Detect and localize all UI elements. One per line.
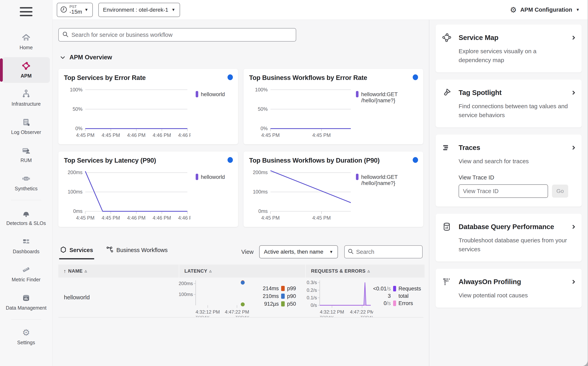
column-header-requests-errors[interactable]: REQUESTS & ERRORS △	[306, 265, 425, 278]
sidebar: Home APM Infrastructure Log Observer RUM	[0, 0, 53, 366]
time-range-picker[interactable]: PST -15m ▼	[57, 3, 93, 17]
svg-text:TODAY: TODAY	[320, 315, 334, 317]
hamburger-menu-icon[interactable]	[20, 7, 32, 16]
apm-overview-section-toggle[interactable]: APM Overview	[61, 54, 423, 61]
ruler-icon	[21, 265, 31, 274]
chevron-down-icon	[61, 55, 65, 59]
card-service-map[interactable]: Service Map Explore services visually on…	[436, 24, 582, 72]
column-header-name[interactable]: ↑ NAME △	[58, 265, 179, 278]
status-dot[interactable]	[228, 74, 233, 80]
duration-chart: 200ms100ms0ms4:45 PM4:45 PM4:45 PM	[249, 164, 351, 224]
svg-text:4:45 PM: 4:45 PM	[261, 215, 280, 221]
traces-icon	[442, 143, 451, 152]
sidebar-item-rum[interactable]: RUM	[2, 142, 50, 168]
sort-caret-icon: △	[85, 269, 87, 273]
card-description: Find connections between tag values and …	[458, 102, 569, 120]
requests-errors-stats: <0.01/s Requests 3 total	[373, 286, 423, 306]
sidebar-item-data-management[interactable]: Data Management	[2, 289, 50, 315]
sort-direction-arrow-icon: ↑	[63, 268, 66, 274]
svg-text:TODAY: TODAY	[360, 315, 373, 317]
legend-label: helloworld:GET /hello/{name?}	[361, 92, 418, 104]
card-description: Troubleshoot database queries from your …	[458, 236, 569, 254]
sidebar-item-detectors-slos[interactable]: Detectors & SLOs	[2, 205, 50, 230]
chart-card-services-latency: Top Services by Latency (P90) 200ms100ms…	[58, 152, 238, 227]
svg-text:4:46 PM: 4:46 PM	[178, 132, 191, 138]
p90-swatch	[281, 294, 285, 299]
sidebar-item-apm[interactable]: APM	[2, 57, 50, 83]
sidebar-item-dashboards[interactable]: Dashboards	[2, 233, 50, 259]
legend-label: helloworld	[201, 92, 225, 98]
services-toolbar: Services Business Workflows View Active …	[58, 244, 423, 259]
svg-text:4:45 PM: 4:45 PM	[261, 132, 280, 138]
sort-caret-icon: △	[368, 269, 370, 273]
chart-title: Top Business Workflows by Duration (P90)	[249, 157, 380, 164]
chevron-right-icon	[571, 35, 575, 39]
service-icon	[60, 246, 66, 254]
svg-text:0.2/s: 0.2/s	[307, 288, 317, 293]
sidebar-item-label: Log Observer	[11, 129, 41, 136]
status-dot[interactable]	[228, 157, 233, 163]
card-traces[interactable]: Traces View and search for traces View T…	[436, 135, 582, 206]
card-alwayson-profiling[interactable]: AlwaysOn Profiling View potential root c…	[436, 269, 582, 308]
sidebar-item-home[interactable]: Home	[2, 29, 50, 55]
legend-swatch	[196, 91, 198, 97]
sidebar-divider	[11, 200, 41, 200]
sidebar-item-log-observer[interactable]: Log Observer	[2, 114, 50, 139]
svg-text:4:45 PM: 4:45 PM	[76, 215, 94, 221]
svg-text:4:46 PM: 4:46 PM	[153, 132, 171, 138]
chart-legend: helloworld:GET /hello/{name?}	[356, 91, 418, 141]
status-dot[interactable]	[413, 74, 418, 80]
svg-text:0%: 0%	[75, 126, 83, 131]
bell-icon	[21, 208, 31, 218]
service-search-input[interactable]	[71, 32, 292, 38]
sidebar-item-label: Synthetics	[15, 185, 37, 192]
svg-text:0%: 0%	[260, 126, 268, 131]
svg-text:100ms: 100ms	[179, 292, 193, 297]
view-sort-value: Active alerts, then name	[264, 249, 323, 255]
go-button[interactable]: Go	[552, 185, 568, 198]
svg-text:100%: 100%	[255, 87, 268, 92]
column-header-latency[interactable]: LATENCY △	[179, 265, 305, 278]
tab-business-workflows[interactable]: Business Workflows	[105, 244, 169, 259]
svg-text:100ms: 100ms	[253, 189, 268, 194]
card-title: Tag Spotlight	[458, 89, 565, 97]
environment-value: Environment : otel-derek-1	[103, 7, 168, 13]
table-search-box[interactable]	[344, 245, 423, 258]
service-search-box[interactable]	[58, 28, 296, 42]
svg-text:4:45 PM: 4:45 PM	[312, 215, 331, 221]
latency-sparkline: 200ms100ms4:32:12 PMTODAY4:47:22 PMTODAY	[179, 278, 256, 317]
svg-text:4:45 PM: 4:45 PM	[312, 132, 331, 138]
view-sort-dropdown[interactable]: Active alerts, then name ▼	[259, 245, 338, 258]
status-dot[interactable]	[413, 157, 418, 163]
error-rate-chart: 100%50%0%4:45 PM4:45 PM4:46 PM4:46 PM4:4…	[64, 82, 191, 141]
card-database-query-performance[interactable]: Database Query Performance Troubleshoot …	[436, 214, 582, 261]
card-title: Traces	[458, 144, 565, 152]
sidebar-item-infrastructure[interactable]: Infrastructure	[2, 85, 50, 111]
error-rate-chart: 100%50%0%4:45 PM4:45 PM4:45 PM	[249, 82, 351, 141]
card-tag-spotlight[interactable]: Tag Spotlight Find connections between t…	[436, 80, 582, 127]
sidebar-item-label: Settings	[17, 339, 35, 346]
svg-text:4:45 PM: 4:45 PM	[101, 132, 120, 138]
apm-configuration-menu[interactable]: ⚙ APM Configuration ▼	[510, 6, 580, 14]
services-table: ↑ NAME △ LATENCY △ REQUESTS & ERRORS △	[58, 265, 423, 318]
trace-id-input[interactable]	[458, 184, 548, 198]
chevron-down-icon: ▼	[84, 8, 88, 12]
sidebar-item-settings[interactable]: ⚙ Settings	[2, 324, 50, 350]
svg-text:0ms: 0ms	[258, 208, 268, 214]
settings-gear-icon: ⚙	[21, 328, 31, 337]
chevron-right-icon	[571, 280, 575, 284]
table-row[interactable]: helloworld 200ms100ms4:32:12 PMTODAY4:47…	[58, 278, 423, 318]
top-bar: PST -15m ▼ Environment : otel-derek-1 ▼ …	[53, 0, 588, 20]
timezone-label: PST	[69, 5, 77, 9]
sidebar-item-metric-finder[interactable]: Metric Finder	[2, 261, 50, 287]
environment-dropdown[interactable]: Environment : otel-derek-1 ▼	[98, 3, 180, 17]
svg-text:4:46 PM: 4:46 PM	[127, 215, 145, 221]
sidebar-item-synthetics[interactable]: Synthetics	[2, 170, 50, 196]
svg-text:50%: 50%	[258, 106, 268, 112]
time-range-value: -15m	[69, 9, 82, 15]
search-icon	[62, 31, 69, 38]
chart-card-workflows-error-rate: Top Business Workflows by Error Rate 100…	[244, 69, 423, 144]
tab-services[interactable]: Services	[59, 244, 94, 259]
table-search-input[interactable]	[356, 249, 431, 255]
service-name[interactable]: helloworld	[58, 278, 179, 317]
